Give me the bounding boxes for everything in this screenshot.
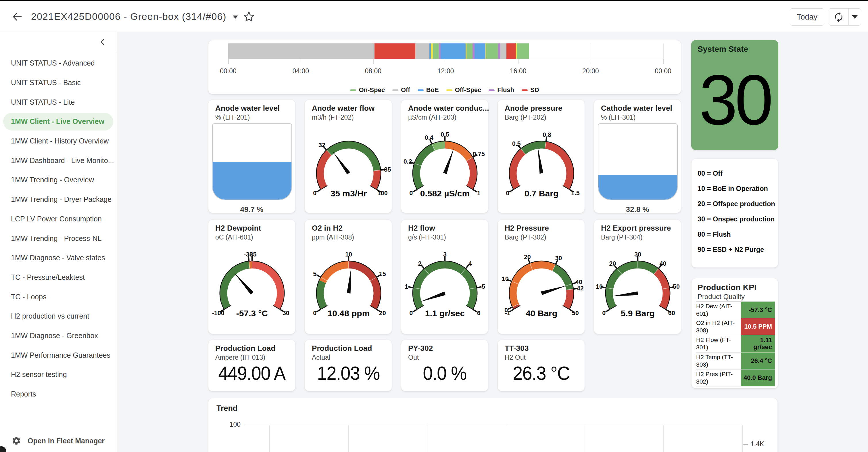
- timeline-tickmark: [446, 59, 446, 64]
- gauge-value-label: 35 m3/Hr: [331, 189, 367, 198]
- timeline-tickmark: [301, 59, 301, 64]
- state-code-line: 90 = ESD + N2 Purge: [698, 246, 764, 253]
- timeline-segment-off-spec: [431, 43, 433, 59]
- sidebar-item-unit-status-basic[interactable]: UNIT STATUS - Basic: [0, 73, 117, 93]
- trend-gridline: [427, 425, 427, 452]
- kpi-row: H2 Pres (PIT-302)40.0 Barg: [696, 369, 775, 387]
- gauge-tick-label: 6: [477, 310, 480, 317]
- tank-value-label: 49.7 %: [208, 205, 295, 214]
- sidebar-item-1mw-trending-dryer-package[interactable]: 1MW Trending - Dryer Package: [0, 190, 117, 209]
- timeline-legend: On-SpecOffBoEOff-SpecFlushSD: [208, 86, 681, 94]
- legend-item-flush[interactable]: Flush: [489, 86, 514, 94]
- gauge-card-h2-pressure: H2 PressureBarg (PT-302)-101020304042504…: [498, 219, 585, 334]
- today-button[interactable]: Today: [790, 8, 824, 26]
- sidebar-item-1mw-dashboard-live-monito[interactable]: 1MW Dashboard - Live Monito...: [0, 151, 117, 170]
- kpi-row: O2 in H2 (AIT-308)10.5 PPM: [696, 318, 775, 335]
- sidebar-item-1mw-diagnose-valve-states[interactable]: 1MW Diagnose - Valve states: [0, 248, 117, 268]
- sidebar-item-1mw-client-history-overview[interactable]: 1MW Client - History Overview: [0, 131, 117, 151]
- sidebar-item-label: 1MW Client - History Overview: [11, 137, 108, 145]
- kpi-row-label: H2 Dew (AIT-601): [696, 302, 739, 318]
- legend-label: BoE: [426, 86, 439, 94]
- gauge-card-o2-in-h2: O2 in H2ppm (AIT-308)0510152010.48 ppm: [305, 219, 392, 334]
- page-title[interactable]: 2021EX425D00006 - Green-box (314/#06): [31, 1, 226, 32]
- gauge-needle: [541, 285, 567, 295]
- sidebar-item-unit-status-advanced[interactable]: UNIT STATUS - Advanced: [0, 54, 117, 73]
- gauge-tick-label: 20: [379, 310, 386, 317]
- stat-card-tt-303: TT-303H2 Out26.3 °C: [498, 339, 585, 391]
- refresh-button-group: [829, 8, 861, 26]
- trend-gridline: [269, 425, 270, 452]
- sidebar-item-h2-sensor-testing[interactable]: H2 sensor testing: [0, 365, 117, 385]
- gauge-card-h2-dewpoint: H2 DewpointoC (AIT-601)-100-38-3530-57.3…: [208, 219, 296, 334]
- sidebar-item-lcp-lv-power-consumption[interactable]: LCP LV Power Consumption: [0, 209, 117, 229]
- back-button[interactable]: [11, 10, 24, 23]
- sidebar-collapse-button[interactable]: [97, 36, 108, 48]
- gauge-needle: [234, 273, 253, 295]
- timeline-segment-on-spec: [433, 43, 439, 59]
- timeline-segment-off: [228, 43, 374, 59]
- open-fleet-manager-button[interactable]: Open in Fleet Manager: [0, 433, 117, 448]
- gauge-tick-label: 0: [409, 190, 413, 197]
- timeline-tickmark: [228, 59, 229, 64]
- gauge: -100-38-3530-57.3 °C: [208, 220, 296, 334]
- legend-item-off-spec[interactable]: Off-Spec: [446, 86, 482, 94]
- sidebar-item-1mw-trending-process-nl[interactable]: 1MW Trending - Process-NL: [0, 229, 117, 248]
- gauge-tick-label: 100: [377, 190, 388, 197]
- favorite-star-button[interactable]: [243, 11, 255, 23]
- gauge-tick-label: 0.8: [542, 131, 551, 138]
- gauge-value-label: 40 Barg: [526, 308, 557, 318]
- gauge-tick-label: 20: [524, 253, 531, 261]
- sidebar-item-tc-pressure-leaktest[interactable]: TC - Pressure/Leaktest: [0, 268, 117, 287]
- kpi-row-label: H2 Temp (TT-303): [696, 353, 739, 369]
- sidebar-item-h2-production-vs-current[interactable]: H2 production vs current: [0, 306, 117, 326]
- kpi-row-value: 10.5 PPM: [741, 318, 775, 335]
- legend-swatch: [522, 89, 528, 91]
- sidebar-item-label: 1MW Trending - Dryer Package: [11, 195, 112, 204]
- gauge-tick-label: 85: [384, 166, 391, 173]
- gauge: 0328510035 m3/Hr: [305, 100, 392, 214]
- card-subtitle: H2 Out: [505, 354, 526, 361]
- star-icon: [244, 12, 253, 21]
- stat-value: 26.3 °C: [500, 362, 582, 384]
- legend-item-off[interactable]: Off: [392, 86, 410, 94]
- sidebar-item-1mw-trending-overview[interactable]: 1MW Trending - Overview: [0, 170, 117, 190]
- tank-graphic: [212, 123, 292, 200]
- legend-item-on-spec[interactable]: On-Spec: [350, 86, 384, 94]
- gauge-tick-label: 4: [468, 260, 472, 267]
- window-top-strip: [0, 0, 868, 1]
- legend-item-sd[interactable]: SD: [522, 86, 539, 94]
- sidebar-item-label: 1MW Trending - Process-NL: [11, 234, 101, 243]
- sidebar-item-tc-loops[interactable]: TC - Loops: [0, 287, 117, 306]
- header: 2021EX425D00006 - Green-box (314/#06) To…: [0, 1, 868, 32]
- sidebar-item-label: UNIT STATUS - Lite: [11, 98, 75, 107]
- gauge-tick-label: 30: [634, 251, 641, 258]
- gauge-tick-label: 0: [506, 190, 509, 197]
- gauge-tick-label: 0.4: [425, 134, 433, 141]
- sidebar-item-unit-status-lite[interactable]: UNIT STATUS - Lite: [0, 92, 117, 112]
- timeline-segment-on-spec: [517, 43, 529, 59]
- timeline-x-tick-label: 08:00: [360, 67, 386, 75]
- sidebar-item-reports[interactable]: Reports: [0, 385, 117, 404]
- sidebar-item-1mw-performance-guarantees[interactable]: 1MW Performance Guarantees: [0, 345, 117, 365]
- gauge-tick-label: 3: [443, 251, 447, 258]
- refresh-interval-dropdown[interactable]: [849, 9, 861, 25]
- state-code-line: 00 = Off: [698, 170, 722, 177]
- legend-swatch: [446, 89, 453, 91]
- timeline-tickmark: [518, 59, 519, 64]
- sidebar-item-1mw-diagnose-greenbox[interactable]: 1MW Diagnose - Greenbox: [0, 326, 117, 345]
- legend-item-boe[interactable]: BoE: [417, 86, 439, 94]
- title-dropdown-caret-icon[interactable]: [233, 16, 238, 19]
- gauge-tick-label: 0: [602, 310, 606, 317]
- gauge-needle: [419, 292, 445, 302]
- gauge-tick-label: 40: [576, 279, 582, 285]
- gauge-needle: [611, 292, 638, 296]
- sidebar-item-label: 1MW Diagnose - Greenbox: [11, 332, 98, 340]
- refresh-button[interactable]: [829, 9, 849, 25]
- gauge-needle: [347, 266, 351, 293]
- timeline-x-tick-label: 00:00: [215, 67, 241, 75]
- timeline-x-tick-label: 16:00: [505, 67, 531, 75]
- gauge-card-h2-flow: H2 flowg/s (FIT-301)01234561.1 gr/sec: [401, 219, 488, 334]
- legend-swatch: [489, 89, 495, 91]
- trend-y-axis-top-label: 100: [220, 421, 241, 428]
- sidebar-item-1mw-client-live-overview[interactable]: 1MW Client - Live Overview: [0, 112, 117, 131]
